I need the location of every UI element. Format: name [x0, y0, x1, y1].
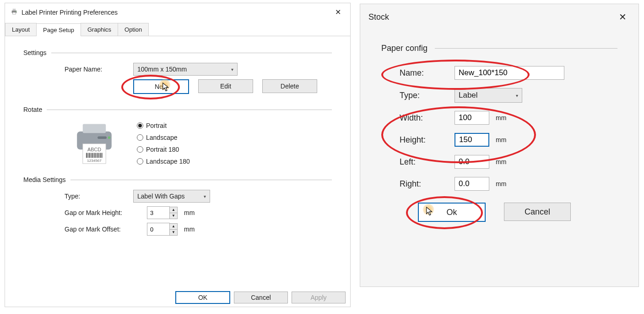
svg-rect-23: [98, 153, 99, 158]
spin-up-icon[interactable]: ▲: [170, 207, 177, 213]
media-type-label: Type:: [65, 193, 133, 200]
spin-down-icon[interactable]: ▼: [170, 213, 177, 219]
orientation-group: PortraitLandscapePortrait 180Landscape 1…: [137, 122, 190, 165]
name-label: Name:: [400, 68, 455, 78]
svg-rect-27: [102, 153, 103, 158]
radio-icon: [137, 158, 143, 165]
svg-rect-10: [86, 153, 87, 158]
spin-down-icon[interactable]: ▼: [170, 230, 177, 235]
unit-mm: mm: [496, 136, 506, 143]
window-title: Label Printer Printing Preferences: [22, 9, 331, 16]
unit-mm: mm: [496, 114, 506, 121]
printer-illustration: ABCD 1234567: [74, 120, 115, 167]
window-title: Stock: [368, 12, 615, 22]
titlebar: Stock ✕: [360, 4, 639, 30]
radio-icon: [137, 134, 143, 141]
paper-config-section-label: Paper config: [381, 44, 428, 53]
media-type-value: Label With Gaps: [137, 193, 185, 200]
svg-rect-11: [87, 153, 87, 158]
svg-rect-21: [97, 153, 97, 158]
svg-rect-24: [99, 153, 100, 158]
svg-rect-25: [100, 153, 101, 158]
svg-rect-15: [91, 153, 91, 158]
tab-option[interactable]: Option: [118, 23, 149, 36]
orientation-radio-landscape[interactable]: Landscape: [137, 134, 190, 141]
media-type-select[interactable]: Label With Gaps ▾: [133, 190, 210, 203]
unit-mm: mm: [184, 209, 195, 216]
close-icon[interactable]: ✕: [615, 11, 630, 23]
unit-mm: mm: [184, 226, 195, 233]
cancel-button[interactable]: Cancel: [234, 292, 288, 303]
orientation-radio-portrait[interactable]: Portrait: [137, 122, 190, 129]
close-icon[interactable]: ✕: [331, 7, 345, 17]
ok-button[interactable]: OK: [175, 291, 230, 304]
svg-rect-6: [97, 137, 107, 139]
spin-up-icon[interactable]: ▲: [170, 224, 177, 230]
tab-graphics[interactable]: Graphics: [81, 23, 118, 36]
type-select[interactable]: Label ▾: [455, 88, 522, 103]
paper-name-label: Paper Name:: [65, 66, 133, 73]
svg-rect-1: [13, 9, 16, 11]
svg-point-3: [16, 11, 16, 11]
svg-rect-20: [96, 153, 96, 158]
svg-rect-16: [92, 153, 92, 158]
ok-button[interactable]: Ok: [418, 203, 486, 222]
height-input[interactable]: [455, 133, 489, 147]
chevron-down-icon: ▾: [516, 93, 518, 98]
left-offset-input[interactable]: [455, 155, 489, 169]
svg-rect-2: [13, 12, 16, 14]
unit-mm: mm: [496, 158, 506, 165]
svg-rect-12: [88, 153, 88, 158]
name-input[interactable]: [455, 66, 564, 80]
titlebar: Label Printer Printing Preferences ✕: [5, 3, 350, 21]
new-button[interactable]: New: [133, 79, 189, 94]
svg-text:ABCD: ABCD: [87, 147, 101, 152]
height-label: Height:: [400, 135, 455, 145]
paper-name-select[interactable]: 100mm x 150mm ▾: [133, 63, 238, 76]
svg-rect-14: [90, 153, 90, 158]
rotate-section-label: Rotate: [23, 106, 42, 113]
gap-height-spinner[interactable]: ▲▼: [147, 206, 178, 219]
chevron-down-icon: ▾: [231, 67, 233, 72]
left-offset-label: Left:: [400, 157, 455, 167]
type-value: Label: [459, 91, 478, 100]
right-offset-input[interactable]: [455, 177, 489, 191]
gap-offset-spinner[interactable]: ▲▼: [147, 223, 178, 236]
tabs: LayoutPage SetupGraphicsOption: [5, 23, 350, 36]
tab-page-setup[interactable]: Page Setup: [36, 23, 81, 36]
cancel-button[interactable]: Cancel: [504, 203, 571, 221]
chevron-down-icon: ▾: [204, 194, 206, 199]
gap-height-label: Gap or Mark Height:: [65, 209, 147, 216]
delete-button[interactable]: Delete: [262, 79, 317, 93]
svg-rect-18: [94, 153, 94, 158]
svg-rect-5: [83, 124, 106, 133]
edit-button[interactable]: Edit: [198, 79, 253, 93]
gap-offset-input[interactable]: [147, 223, 170, 236]
orientation-radio-landscape-180[interactable]: Landscape 180: [137, 158, 190, 165]
apply-button: Apply: [292, 292, 346, 303]
media-section-label: Media Settings: [23, 176, 66, 183]
radio-icon: [137, 146, 143, 153]
gap-offset-label: Gap or Mark Offset:: [65, 226, 147, 233]
radio-icon: [137, 122, 143, 129]
printer-icon: [11, 8, 18, 17]
gap-height-input[interactable]: [147, 206, 170, 219]
svg-rect-17: [92, 153, 93, 158]
unit-mm: mm: [496, 180, 506, 187]
svg-text:1234567: 1234567: [87, 159, 102, 163]
dialog-footer: OK Cancel Apply: [175, 291, 346, 304]
svg-rect-26: [101, 153, 102, 158]
stock-window: Stock ✕ Paper config Name: Type: Label ▾…: [360, 4, 639, 287]
paper-name-value: 100mm x 150mm: [137, 66, 187, 73]
svg-rect-13: [89, 153, 89, 158]
right-offset-label: Right:: [400, 179, 455, 189]
tab-layout[interactable]: Layout: [5, 23, 37, 36]
svg-point-7: [108, 137, 110, 139]
type-label: Type:: [400, 91, 455, 100]
svg-rect-19: [95, 153, 95, 158]
printing-preferences-window: Label Printer Printing Preferences ✕ Lay…: [5, 3, 351, 307]
settings-section-label: Settings: [23, 49, 47, 56]
width-label: Width:: [400, 113, 455, 123]
width-input[interactable]: [455, 111, 489, 125]
orientation-radio-portrait-180[interactable]: Portrait 180: [137, 146, 190, 153]
